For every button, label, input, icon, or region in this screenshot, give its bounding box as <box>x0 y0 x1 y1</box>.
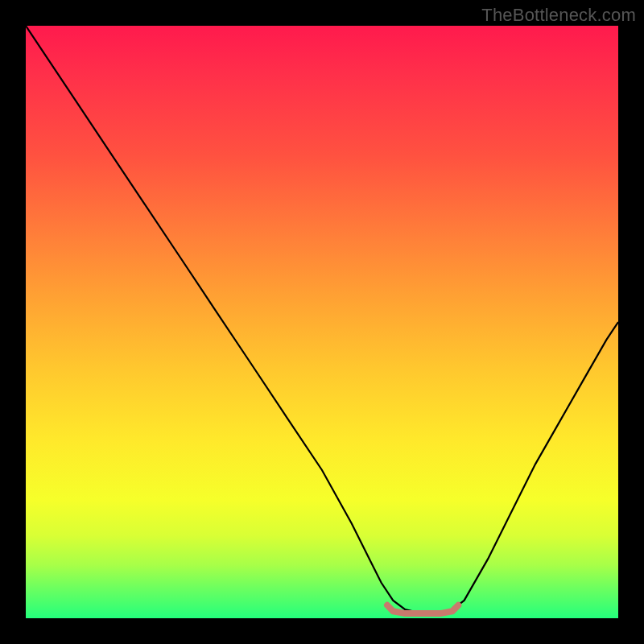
chart-svg <box>26 26 618 618</box>
watermark-text: TheBottleneck.com <box>481 5 636 26</box>
chart-frame: TheBottleneck.com <box>0 0 644 644</box>
curve-line <box>26 26 618 613</box>
plot-area <box>26 26 618 618</box>
base-marker-line <box>387 605 458 613</box>
